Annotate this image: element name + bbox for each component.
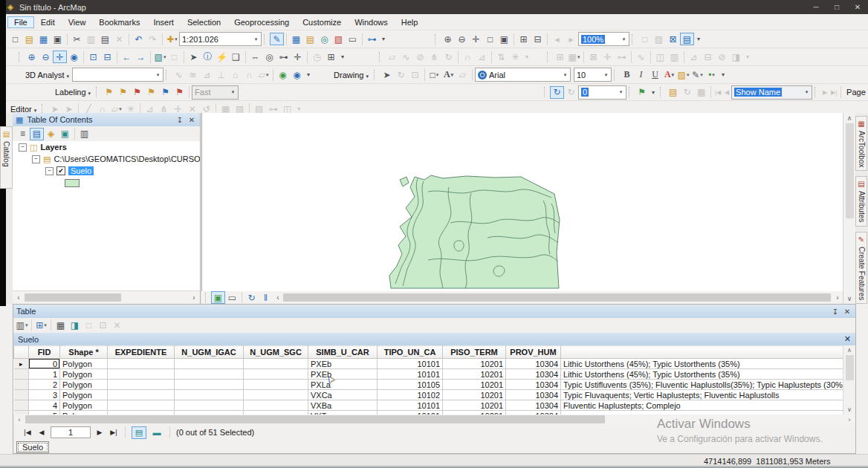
scroll-left-icon[interactable]: ‹ <box>273 293 283 302</box>
print-icon[interactable]: ▣ <box>51 33 65 45</box>
tab-catalog[interactable]: ▤ Catalog <box>0 126 13 189</box>
table-options-icon[interactable]: ▥ <box>15 319 29 332</box>
list-by-visibility-icon[interactable]: ◈ <box>44 128 58 140</box>
menu-geoprocessing[interactable]: Geoprocessing <box>227 16 296 28</box>
close-icon[interactable]: ✕ <box>842 308 852 316</box>
cell-tipo-un-ca[interactable]: 10101 <box>378 359 443 369</box>
menu-file[interactable]: File <box>7 16 34 28</box>
prev-page-icon[interactable]: ◀ <box>722 86 731 99</box>
minimize-button[interactable]: ─ <box>806 0 826 14</box>
cell-prov-hum[interactable]: 10304 <box>506 359 561 369</box>
zoom-element-icon[interactable]: ⊡ <box>408 68 422 81</box>
zoom-in-icon[interactable]: ⊕ <box>25 51 39 63</box>
editor-menu-button[interactable]: Editor <box>7 105 39 114</box>
table-row[interactable]: 2 Polygon PXLa 10105 10201 10304 Typic U… <box>14 380 843 390</box>
first-page-icon[interactable]: |◀ <box>713 86 722 99</box>
drawing-menu-button[interactable]: Drawing <box>331 71 372 79</box>
scrollbar-thumb[interactable] <box>846 123 854 218</box>
hyperlink-icon[interactable]: ⚡ <box>215 51 229 63</box>
cell-n-ugm-sgc[interactable] <box>244 359 308 369</box>
scroll-left-icon[interactable]: ‹ <box>13 293 25 302</box>
row-selector-cell[interactable] <box>14 411 29 415</box>
table-row[interactable]: 3 Polygon VXCa 10102 10201 10304 Typic F… <box>14 390 843 400</box>
column-header[interactable]: PROV_HUM <box>506 346 561 359</box>
select-features-icon[interactable]: ▧ <box>153 51 167 63</box>
pin-icon[interactable]: ↧ <box>830 308 841 316</box>
line-color-button[interactable]: ✎ <box>690 68 705 81</box>
cell-description[interactable]: Typic Ustifluvents (35%); Fluventic Hapl… <box>561 380 843 390</box>
time-slider-icon[interactable]: ◷ <box>310 51 324 63</box>
toolbar-options-icon[interactable]: ▾ <box>694 33 703 45</box>
cell-expediente[interactable] <box>108 369 175 380</box>
fix-error-icon[interactable]: ✛ <box>600 51 615 63</box>
last-page-icon[interactable]: ▶| <box>829 86 838 99</box>
font-color-button[interactable]: A <box>662 68 676 81</box>
tree-item-layers[interactable]: − ◫ Layers <box>13 141 200 153</box>
lock-labels-icon[interactable]: ⚑ <box>144 86 158 99</box>
last-record-button[interactable]: ▶| <box>108 429 119 436</box>
rotate-tool-icon[interactable]: ↻ <box>441 51 456 63</box>
italic-button[interactable]: I <box>634 68 648 81</box>
catalog-window-icon[interactable]: ▤ <box>303 33 317 45</box>
menu-help[interactable]: Help <box>395 16 425 28</box>
scroll-right-icon[interactable]: › <box>832 293 843 302</box>
cell-n-ugm-sgc[interactable] <box>244 369 308 380</box>
refresh-view-icon[interactable]: ↻ <box>550 86 564 99</box>
scrollbar-thumb[interactable] <box>25 415 605 423</box>
clear-selection-icon[interactable]: □ <box>82 319 96 332</box>
fixed-zoom-in-icon[interactable]: ⊞ <box>516 33 531 45</box>
lock-pages-icon[interactable]: ⊠ <box>666 33 680 45</box>
line-of-sight-icon[interactable]: ⊥ <box>214 68 228 81</box>
cell-piso-term[interactable]: 10201 <box>443 369 506 380</box>
toc-options-icon[interactable]: ▥ <box>77 128 91 140</box>
font-size-combo[interactable]: 10 ▾ <box>574 68 612 82</box>
cell-n-ugm-igac[interactable] <box>175 400 244 411</box>
cell-fid[interactable]: 2 <box>29 380 60 390</box>
map-canvas[interactable] <box>201 113 843 291</box>
cell-fid[interactable]: 5 <box>29 411 60 415</box>
toolbar-options-icon[interactable]: ▾ <box>649 86 658 99</box>
cell-n-ugm-sgc[interactable] <box>244 400 308 411</box>
tree-item-suelo-layer[interactable]: − ✔ Suelo <box>13 165 200 177</box>
related-tables-icon[interactable]: ⊞ <box>34 319 48 332</box>
previous-record-button[interactable]: ◀ <box>36 429 47 436</box>
cell-n-ugm-igac[interactable] <box>175 359 244 369</box>
pause-drawing-icon[interactable]: ↻ <box>564 86 578 99</box>
scale-combo[interactable]: 1:201.026 ▾ <box>179 32 262 46</box>
row-selector-cell[interactable] <box>14 369 29 380</box>
back-extent-icon[interactable]: ← <box>120 51 134 63</box>
zoom-page-width-icon[interactable]: ▣ <box>497 33 511 45</box>
pause-labeling-icon[interactable]: ⚑ <box>158 86 172 99</box>
show-all-records-button[interactable]: ▤ <box>132 426 146 439</box>
cell-n-ugm-igac[interactable] <box>175 380 244 390</box>
add-data-icon[interactable]: ✚ <box>165 33 179 45</box>
column-header[interactable] <box>14 346 29 359</box>
select-elements-icon[interactable]: ➤ <box>380 68 394 81</box>
label-weight-icon[interactable]: ⚑ <box>130 86 144 99</box>
page-name-combo[interactable]: Show Name ▾ <box>731 85 812 100</box>
label-engine-combo[interactable]: Fast ▾ <box>192 85 239 100</box>
zoom-out-icon[interactable]: ⊖ <box>39 51 53 63</box>
construct-polygons-icon[interactable]: ⊿ <box>687 51 701 63</box>
menu-customize[interactable]: Customize <box>296 16 348 28</box>
cell-tipo-un-ca[interactable]: 10101 <box>378 400 443 411</box>
zoom-to-selected-icon[interactable]: ⊡ <box>96 319 110 332</box>
cell-description[interactable]: Lithic Ustorthens (45%); Typic Ustorthen… <box>561 369 843 380</box>
collapse-icon[interactable]: − <box>45 167 54 175</box>
row-selector-cell[interactable] <box>14 380 29 390</box>
validate-topology-icon[interactable]: ⊠ <box>586 51 600 63</box>
cell-shape[interactable]: Polygon <box>60 380 108 390</box>
map-scrollbar-thumb[interactable] <box>283 293 831 302</box>
tab-create-features[interactable]: ✎ Create Features <box>855 232 867 304</box>
layout-pan-icon[interactable]: ✛ <box>469 33 483 45</box>
shared-features-icon[interactable]: ▥ <box>667 51 681 63</box>
tab-attributes[interactable]: ▤ Attributes <box>855 176 867 226</box>
close-icon[interactable]: ✕ <box>187 116 197 124</box>
cell-simb-u-car[interactable]: VXCa <box>308 390 378 400</box>
cell-description[interactable]: Fluventic Haplustepts; Complejo <box>561 400 843 411</box>
new-map-icon[interactable]: □ <box>8 33 22 45</box>
cell-prov-hum[interactable]: 10304 <box>506 400 561 411</box>
scroll-right-icon[interactable]: › <box>188 293 200 302</box>
list-by-selection-icon[interactable]: ▣ <box>58 128 72 140</box>
select-elements-icon[interactable]: ➤ <box>187 51 201 63</box>
